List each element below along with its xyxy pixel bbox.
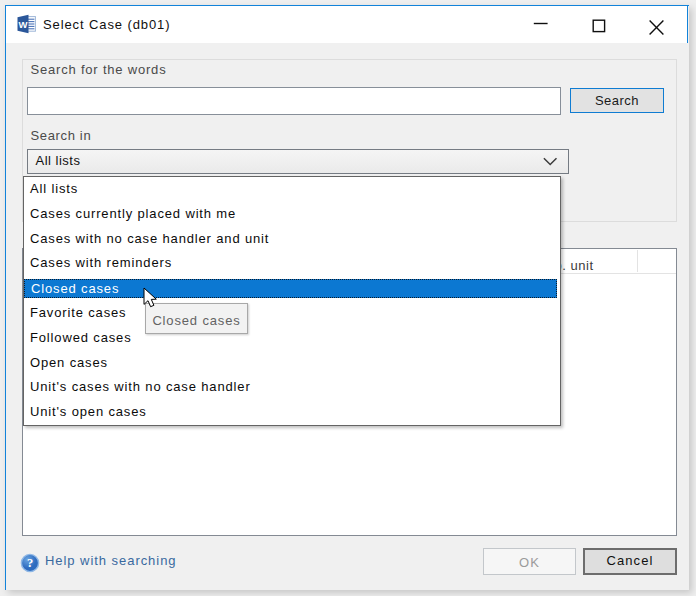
svg-text:?: ? — [27, 556, 33, 570]
svg-text:W: W — [19, 19, 28, 30]
